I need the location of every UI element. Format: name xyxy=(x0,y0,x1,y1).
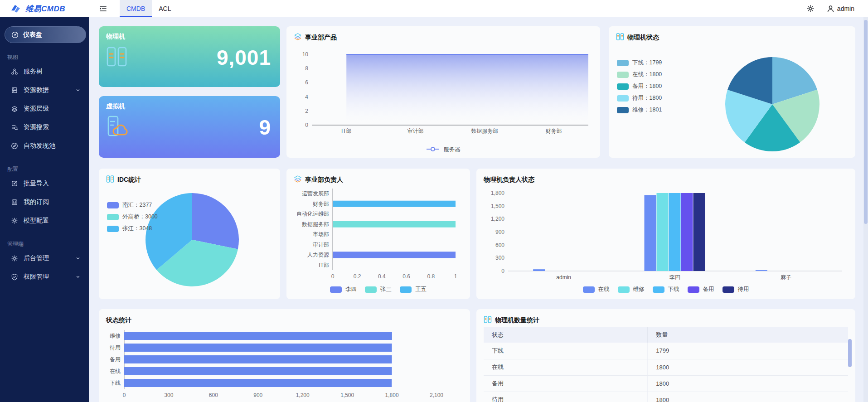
svg-text:1,800: 1,800 xyxy=(385,392,399,398)
legend-item[interactable]: 李四 xyxy=(330,286,357,293)
app-tabs: CMDBACL xyxy=(120,0,178,17)
legend-item[interactable]: 下线：1799 xyxy=(617,59,662,67)
sidebar-item-label: 资源数据 xyxy=(24,86,49,94)
app-logo[interactable]: 维易CMDB xyxy=(0,4,89,14)
legend-label: 南汇：2377 xyxy=(122,201,152,209)
sidebar-item-auto-discovery[interactable]: 自动发现池 xyxy=(0,136,89,155)
stat-card-value: 9 xyxy=(259,115,271,140)
sidebar-item-service-tree[interactable]: 服务树 xyxy=(0,62,89,81)
legend-label: 外高桥：3000 xyxy=(122,213,158,221)
card-status-stats: 状态统计 维修待用备用在线下线03006009001,2001,5001,800… xyxy=(99,309,470,402)
legend-item[interactable]: 外高桥：3000 xyxy=(107,213,158,221)
table-cell: 备用 xyxy=(484,375,648,392)
legend-swatch xyxy=(107,226,119,232)
virtual-machine-icon xyxy=(106,115,134,140)
legend-item[interactable]: 待用：1800 xyxy=(617,94,662,102)
legend-item[interactable]: 维修：1801 xyxy=(617,106,662,114)
table-cell: 在线 xyxy=(484,359,648,375)
sidebar-item-label: 服务树 xyxy=(24,68,43,76)
legend-item[interactable]: 在线：1800 xyxy=(617,71,662,78)
legend-swatch xyxy=(618,286,630,293)
table-header-row: 状态数量 xyxy=(484,327,848,343)
sidebar-item-model-config[interactable]: 模型配置 xyxy=(0,211,89,230)
card-physical-count-table: 物理机数量统计 状态数量下线1799在线1800备用1800待用1800 xyxy=(476,309,855,402)
sidebar-item-batch-import[interactable]: 批量导入 xyxy=(0,174,89,193)
legend-item[interactable]: 待用 xyxy=(723,286,749,293)
svg-text:IT部: IT部 xyxy=(319,262,329,268)
legend-item[interactable]: 备用：1800 xyxy=(617,82,662,90)
page-scrollbar-thumb[interactable] xyxy=(864,20,868,224)
svg-text:数据服务部: 数据服务部 xyxy=(302,221,329,228)
sidebar-collapse-button[interactable] xyxy=(96,2,110,15)
sidebar-item-dashboard[interactable]: 仪表盘 xyxy=(5,26,86,43)
svg-text:6: 6 xyxy=(305,79,308,86)
legend-label: 张三 xyxy=(380,286,392,293)
legend-item[interactable]: 下线 xyxy=(653,286,679,293)
legend-swatch xyxy=(400,286,412,293)
legend-item[interactable]: 维修 xyxy=(618,286,645,293)
sidebar-item-resource-levels[interactable]: 资源层级 xyxy=(0,99,89,118)
dept-owner-svg: 运营发展部财务部自动化运维部数据服务部市场部审计部人力资源IT部00.20.40… xyxy=(294,187,463,283)
chart-legend: 服务器 xyxy=(294,146,593,154)
sidebar-item-permission[interactable]: 权限管理 xyxy=(0,267,89,286)
bar-李四-备用 xyxy=(681,193,693,271)
stat-card-physical-machine[interactable]: 物理机 9,001 xyxy=(99,26,280,87)
sidebar-item-resource-search[interactable]: 资源搜索 xyxy=(0,118,89,136)
dashboard-icon xyxy=(11,31,19,39)
sidebar-item-label: 后台管理 xyxy=(24,254,49,262)
server-rack-icon xyxy=(106,175,114,185)
bar-人力资源 xyxy=(333,252,456,258)
logo-text: 维易CMDB xyxy=(25,4,65,14)
legend-item[interactable]: 张江：3048 xyxy=(107,225,158,232)
svg-text:600: 600 xyxy=(495,242,504,248)
sidebar-item-subscription[interactable]: 我的订阅 xyxy=(0,193,89,211)
user-label: admin xyxy=(837,5,854,12)
logo-icon xyxy=(10,4,22,14)
sidebar-section-label: 管理端 xyxy=(7,239,89,249)
legend-label: 下线：1799 xyxy=(632,59,662,67)
svg-text:0: 0 xyxy=(305,122,308,128)
sidebar-item-label: 权限管理 xyxy=(24,273,49,281)
card-title: IDC统计 xyxy=(106,175,273,185)
card-title: 物理机数量统计 xyxy=(484,315,848,325)
physical-status-pie-chart: 下线：1799在线：1800备用：1800待用：1800维修：1801 xyxy=(616,44,848,154)
bar-下线 xyxy=(124,379,392,387)
legend-item[interactable]: 张三 xyxy=(365,286,392,293)
sidebar-item-resource-data[interactable]: 资源数据 xyxy=(0,81,89,99)
sidebar-item-admin-backend[interactable]: 后台管理 xyxy=(0,249,89,267)
svg-text:600: 600 xyxy=(209,392,218,398)
table-scrollbar-thumb[interactable] xyxy=(848,339,852,367)
svg-text:0: 0 xyxy=(331,273,335,280)
settings-gear-icon[interactable] xyxy=(806,5,815,13)
svg-text:待用: 待用 xyxy=(110,344,121,351)
page-scrollbar xyxy=(863,17,868,402)
sidebar-section-label: 配置 xyxy=(7,164,89,174)
pie-slice-南汇 xyxy=(192,193,239,249)
bar-麻子-在线 xyxy=(756,270,767,271)
legend-item[interactable]: 服务器 xyxy=(426,146,461,154)
legend-item[interactable]: 在线 xyxy=(583,286,610,293)
stat-card-virtual-machine[interactable]: 虚拟机 9 xyxy=(99,96,280,158)
svg-text:8: 8 xyxy=(305,65,308,72)
legend-swatch xyxy=(723,286,734,293)
bar-数据服务部 xyxy=(333,221,456,228)
svg-text:0.6: 0.6 xyxy=(402,273,410,280)
legend-item[interactable]: 南汇：2377 xyxy=(107,201,158,209)
sidebar-item-label: 资源层级 xyxy=(24,105,49,113)
resource-search-icon xyxy=(11,124,18,131)
chart-legend: 下线：1799在线：1800备用：1800待用：1800维修：1801 xyxy=(617,59,662,114)
legend-item[interactable]: 王五 xyxy=(400,286,427,293)
legend-swatch xyxy=(688,286,699,293)
svg-text:财务部: 财务部 xyxy=(546,128,562,134)
service-tree-icon xyxy=(11,68,18,75)
user-menu[interactable]: admin xyxy=(826,5,854,13)
card-owner-status: 物理机负责人状态 03006009001,2001,5001,800admin李… xyxy=(476,169,855,299)
idc-pie-chart: 南汇：2377外高桥：3000张江：3048 xyxy=(106,187,273,295)
tab-cmdb[interactable]: CMDB xyxy=(120,0,152,17)
chevron-down-icon xyxy=(75,274,81,280)
tab-acl[interactable]: ACL xyxy=(152,0,178,17)
svg-text:2,100: 2,100 xyxy=(430,392,443,398)
svg-text:审计部: 审计部 xyxy=(313,242,329,248)
table-cell: 待用 xyxy=(484,392,648,402)
legend-item[interactable]: 备用 xyxy=(688,286,714,293)
